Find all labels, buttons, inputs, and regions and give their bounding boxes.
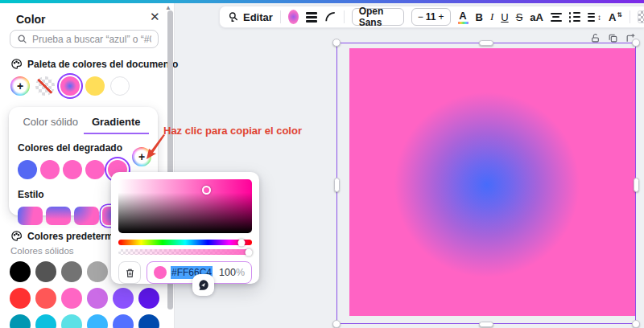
solid-color-swatch[interactable] (61, 288, 82, 309)
tab-solid-color[interactable]: Color sólido (18, 113, 84, 134)
no-color-swatch[interactable] (35, 76, 55, 96)
delete-color-button[interactable] (118, 261, 141, 284)
curve-line-icon[interactable] (324, 11, 336, 23)
selection-rectangle (336, 43, 636, 324)
document-palette-header: Paleta de colores del documento (10, 58, 178, 70)
comment-button[interactable] (192, 274, 214, 296)
solid-color-swatch[interactable] (113, 314, 134, 328)
gradient-color-swatch[interactable] (63, 160, 82, 179)
solid-colors-row-1 (10, 261, 108, 282)
divider (280, 10, 281, 23)
solid-colors-row-3 (10, 314, 159, 328)
line-spacing-icon[interactable]: ↕ (588, 13, 601, 22)
text-case-button[interactable]: aA (530, 11, 543, 23)
saturation-area[interactable] (118, 179, 252, 233)
solid-color-swatch[interactable] (35, 288, 56, 309)
divider (344, 10, 345, 23)
opacity-slider[interactable] (118, 249, 252, 255)
gradient-swatch-selected[interactable] (60, 76, 80, 96)
yellow-swatch[interactable] (85, 76, 105, 96)
saturation-cursor[interactable] (202, 186, 211, 195)
text-align-icon[interactable] (551, 13, 562, 22)
edit-pen-icon (228, 11, 239, 23)
gradient-style-swatch[interactable] (46, 207, 71, 225)
gradient-colors-title: Colores del degradado (18, 142, 149, 154)
font-name: Open Sans (359, 6, 397, 28)
toolbar: Editar Open Sans − 11 + A B I U S aA ↕ A… (219, 6, 644, 28)
opacity-slider-handle[interactable] (246, 248, 253, 256)
selection-handle-bottom[interactable] (479, 322, 493, 327)
fill-color-swatch[interactable] (288, 10, 299, 24)
font-size-minus[interactable]: − (418, 11, 423, 23)
solid-color-swatch[interactable] (113, 288, 134, 309)
palette-icon (10, 58, 23, 70)
add-color-button[interactable]: + (10, 76, 30, 96)
document-palette-row: + (10, 76, 130, 96)
document-palette-title: Paleta de colores del documento (27, 59, 178, 70)
gradient-color-swatch[interactable] (40, 160, 60, 179)
opacity-value[interactable]: 100% (219, 267, 245, 278)
gradient-color-swatch[interactable] (18, 160, 37, 179)
solid-color-swatch[interactable] (61, 261, 82, 282)
current-color-dot (154, 266, 167, 279)
color-picker-popup: #FF66C4 100% (111, 172, 259, 284)
border-style-icon[interactable] (306, 12, 317, 23)
palette-icon (10, 230, 23, 242)
font-size-plus[interactable]: + (438, 11, 444, 23)
picker-bottom-row: #FF66C4 100% (118, 261, 252, 284)
selection-handle-top-right[interactable] (632, 39, 640, 47)
duplicate-icon[interactable] (608, 33, 618, 43)
solid-color-swatch[interactable] (138, 314, 159, 328)
text-color-a: A (459, 10, 466, 21)
hue-slider[interactable] (118, 240, 252, 245)
page-action-bar (590, 33, 636, 43)
solid-color-swatch[interactable] (87, 314, 108, 328)
selection-handle-top-left[interactable] (332, 39, 341, 47)
edit-label: Editar (243, 11, 273, 23)
solid-color-swatch[interactable] (10, 288, 31, 309)
bullet-list-icon[interactable] (569, 12, 580, 22)
lock-icon[interactable] (590, 33, 601, 43)
solid-color-swatch[interactable] (10, 261, 31, 282)
solid-colors-label: Colores sólidos (10, 246, 74, 256)
transparency-button[interactable] (638, 10, 644, 23)
strikethrough-button[interactable]: S (516, 11, 523, 23)
font-selector[interactable]: Open Sans (352, 8, 404, 26)
color-search-input[interactable]: Prueba a buscar “azul” o “#00c4cc” (10, 30, 159, 48)
selection-handle-left[interactable] (334, 178, 340, 192)
solid-color-swatch[interactable] (35, 261, 56, 282)
solid-color-swatch[interactable] (87, 288, 108, 309)
search-icon (17, 34, 27, 44)
edit-button[interactable]: Editar (228, 11, 273, 23)
font-size-stepper: − 11 + (411, 8, 451, 26)
solid-color-swatch[interactable] (10, 314, 31, 328)
annotation-text: Haz clic para copiar el color (163, 125, 302, 137)
bold-button[interactable]: B (476, 11, 483, 23)
selection-handle-bottom-right[interactable] (632, 320, 640, 328)
solid-color-swatch[interactable] (87, 261, 108, 282)
divider (630, 10, 630, 23)
solid-color-swatch[interactable] (138, 288, 159, 309)
solid-color-swatch[interactable] (61, 314, 82, 328)
search-placeholder: Prueba a buscar “azul” o “#00c4cc” (32, 34, 151, 45)
hue-slider-handle[interactable] (238, 239, 246, 246)
gradient-color-swatch[interactable] (85, 160, 105, 179)
selection-handle-bottom-left[interactable] (332, 320, 341, 328)
annotation-arrow (140, 133, 169, 162)
font-size-value[interactable]: 11 (426, 11, 436, 23)
gradient-style-swatch[interactable] (74, 207, 99, 225)
gradient-style-swatch[interactable] (18, 207, 43, 225)
selection-handle-top[interactable] (479, 40, 493, 46)
solid-color-swatch[interactable] (35, 314, 56, 328)
close-icon[interactable]: ✕ (150, 10, 160, 24)
percent-sign: % (236, 267, 245, 278)
italic-button[interactable]: I (490, 10, 493, 23)
selection-handle-right[interactable] (634, 178, 639, 192)
rainbow-underline (458, 22, 469, 24)
panel-title: Color (16, 13, 46, 26)
underline-button[interactable]: U (501, 11, 508, 23)
text-effects-icon[interactable]: A ⇅ (609, 11, 622, 23)
tab-gradient[interactable]: Gradiente (84, 113, 150, 134)
text-color-button[interactable]: A (458, 10, 469, 24)
white-swatch[interactable] (110, 76, 130, 96)
